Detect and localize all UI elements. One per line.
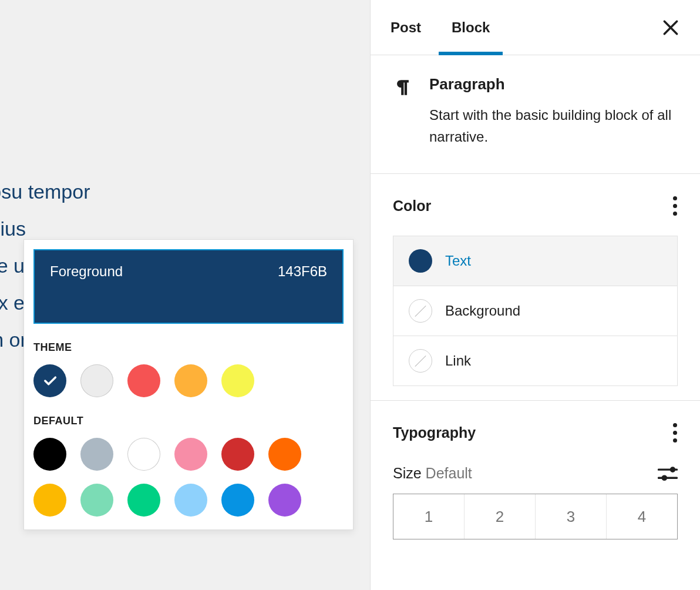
- font-size-preset-4[interactable]: 4: [607, 494, 677, 539]
- tab-post[interactable]: Post: [391, 0, 439, 55]
- current-color-hex: 143F6B: [278, 263, 327, 280]
- font-size-preset-3[interactable]: 3: [536, 494, 607, 539]
- color-picker-popover: Foreground 143F6B THEME DEFAULT: [23, 239, 354, 530]
- default-swatch-row-2: [33, 484, 344, 517]
- close-icon: [661, 18, 680, 37]
- color-item-text[interactable]: Text: [393, 236, 677, 286]
- typography-panel-options-button[interactable]: [668, 418, 678, 447]
- settings-sidebar: Post Block Paragraph Start with the basi…: [370, 0, 700, 590]
- color-attribute-list: TextBackgroundLink: [393, 236, 678, 386]
- check-icon: [42, 373, 58, 389]
- color-item-label: Text: [445, 253, 471, 269]
- theme-colors-heading: THEME: [33, 341, 344, 354]
- color-indicator-background: [409, 299, 432, 323]
- block-info: Paragraph Start with the basic building …: [371, 55, 700, 174]
- font-size-presets: 1234: [393, 494, 678, 539]
- swatch-light-green[interactable]: [80, 484, 113, 517]
- swatch-purple[interactable]: [268, 484, 301, 517]
- color-panel-options-button[interactable]: [668, 192, 678, 220]
- color-indicator-link: [409, 349, 432, 373]
- swatch-orange[interactable]: [268, 438, 301, 471]
- typography-panel-heading: Typography: [393, 424, 476, 441]
- color-item-label: Link: [445, 353, 471, 369]
- editor-canvas: Lorem ipsu tempor sed do eius Duis aute …: [0, 0, 370, 590]
- swatch-green[interactable]: [127, 484, 160, 517]
- swatch-pink[interactable]: [174, 438, 207, 471]
- typography-panel: Typography Size Default 1234: [371, 401, 700, 545]
- color-indicator-text: [409, 249, 432, 273]
- swatch-foreground[interactable]: [33, 364, 66, 397]
- paragraph-icon: [393, 75, 413, 148]
- color-item-link[interactable]: Link: [393, 336, 677, 385]
- color-item-label: Background: [445, 303, 520, 319]
- swatch-gray[interactable]: [80, 438, 113, 471]
- swatch-blue[interactable]: [221, 484, 254, 517]
- svg-point-3: [662, 476, 666, 480]
- swatch-white[interactable]: [127, 438, 160, 471]
- color-panel: Color TextBackgroundLink: [371, 174, 700, 401]
- color-item-background[interactable]: Background: [393, 286, 677, 336]
- custom-size-toggle[interactable]: [658, 465, 678, 482]
- font-size-preset-2[interactable]: 2: [465, 494, 536, 539]
- color-panel-heading: Color: [393, 197, 431, 214]
- swatch-secondary[interactable]: [174, 364, 207, 397]
- swatch-tertiary[interactable]: [221, 364, 254, 397]
- default-swatch-row-1: [33, 438, 344, 471]
- font-size-preset-1[interactable]: 1: [393, 494, 465, 539]
- swatch-base[interactable]: [80, 364, 113, 397]
- tab-block[interactable]: Block: [439, 0, 503, 55]
- svg-point-1: [671, 468, 674, 471]
- close-sidebar-button[interactable]: [661, 18, 680, 37]
- swatch-light-blue[interactable]: [174, 484, 207, 517]
- default-colors-heading: DEFAULT: [33, 415, 344, 427]
- swatch-red[interactable]: [221, 438, 254, 471]
- current-color-swatch[interactable]: Foreground 143F6B: [33, 249, 344, 324]
- swatch-primary[interactable]: [127, 364, 160, 397]
- swatch-black[interactable]: [33, 438, 66, 471]
- font-size-label: Size Default: [393, 465, 472, 482]
- block-title: Paragraph: [429, 75, 678, 93]
- current-color-name: Foreground: [50, 263, 123, 280]
- theme-swatch-row: [33, 364, 344, 397]
- swatch-amber[interactable]: [33, 484, 66, 517]
- sidebar-tabs: Post Block: [371, 0, 700, 55]
- block-description: Start with the basic building block of a…: [429, 104, 678, 148]
